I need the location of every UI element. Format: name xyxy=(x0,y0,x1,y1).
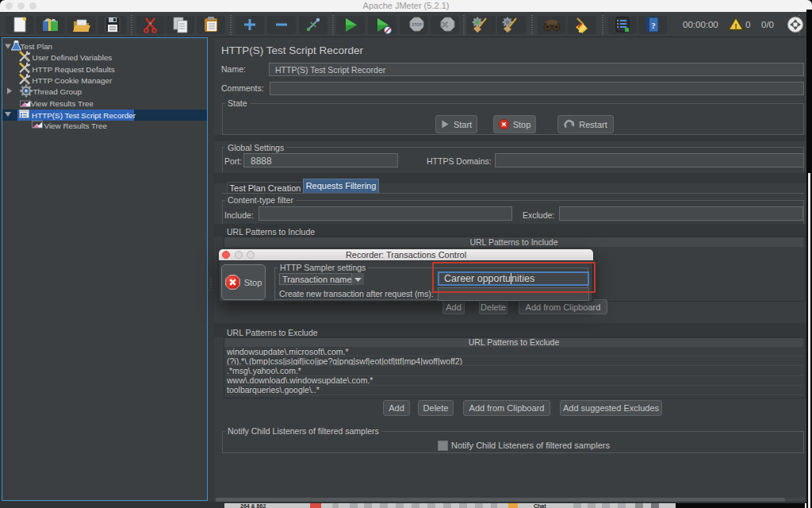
svg-text:0/0: 0/0 xyxy=(761,20,774,29)
svg-text:264 & 862: 264 & 862 xyxy=(240,503,266,508)
svg-text:STOP: STOP xyxy=(412,23,421,27)
svg-text:?: ? xyxy=(651,21,656,30)
svg-text:00:00:00: 00:00:00 xyxy=(683,20,718,29)
svg-text:Chat: Chat xyxy=(534,503,546,508)
svg-text:0: 0 xyxy=(745,20,750,29)
svg-text:!: ! xyxy=(735,22,737,30)
